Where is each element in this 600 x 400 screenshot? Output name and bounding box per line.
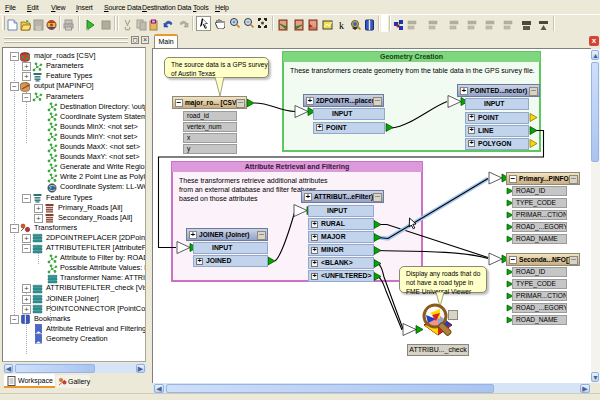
svg-text:k: k: [339, 20, 344, 31]
